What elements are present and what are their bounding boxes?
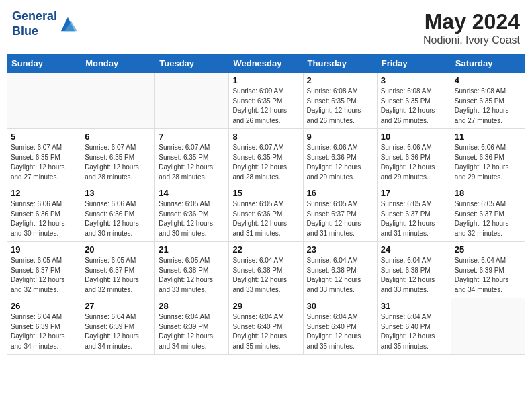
day-info: Sunrise: 6:04 AM Sunset: 6:39 PM Dayligh…	[11, 312, 77, 351]
day-number: 8	[232, 132, 299, 142]
calendar-cell: 19Sunrise: 6:05 AM Sunset: 6:37 PM Dayli…	[7, 242, 81, 298]
day-info: Sunrise: 6:06 AM Sunset: 6:36 PM Dayligh…	[381, 143, 447, 182]
day-number: 31	[381, 301, 447, 311]
day-info: Sunrise: 6:05 AM Sunset: 6:36 PM Dayligh…	[159, 199, 225, 238]
day-info: Sunrise: 6:04 AM Sunset: 6:38 PM Dayligh…	[232, 256, 299, 295]
day-number: 21	[159, 244, 225, 255]
day-info: Sunrise: 6:06 AM Sunset: 6:36 PM Dayligh…	[11, 199, 77, 238]
calendar-cell: 6Sunrise: 6:07 AM Sunset: 6:35 PM Daylig…	[81, 129, 155, 185]
calendar-cell: 12Sunrise: 6:06 AM Sunset: 6:36 PM Dayli…	[7, 185, 81, 242]
day-number: 1	[232, 75, 299, 85]
calendar-cell: 10Sunrise: 6:06 AM Sunset: 6:36 PM Dayli…	[377, 129, 451, 185]
day-info: Sunrise: 6:07 AM Sunset: 6:35 PM Dayligh…	[85, 143, 151, 182]
day-number: 12	[11, 188, 77, 198]
day-info: Sunrise: 6:05 AM Sunset: 6:37 PM Dayligh…	[307, 199, 373, 238]
calendar-cell: 24Sunrise: 6:04 AM Sunset: 6:38 PM Dayli…	[377, 242, 451, 298]
day-info: Sunrise: 6:08 AM Sunset: 6:35 PM Dayligh…	[455, 87, 521, 126]
day-info: Sunrise: 6:08 AM Sunset: 6:35 PM Dayligh…	[307, 87, 373, 126]
day-number: 26	[11, 301, 77, 311]
day-info: Sunrise: 6:04 AM Sunset: 6:38 PM Dayligh…	[381, 256, 447, 295]
calendar-week-row: 1Sunrise: 6:09 AM Sunset: 6:35 PM Daylig…	[7, 73, 525, 129]
calendar-table: SundayMondayTuesdayWednesdayThursdayFrid…	[7, 54, 525, 355]
day-info: Sunrise: 6:04 AM Sunset: 6:40 PM Dayligh…	[381, 312, 447, 351]
calendar-cell	[81, 73, 155, 129]
day-number: 28	[159, 301, 225, 311]
day-info: Sunrise: 6:05 AM Sunset: 6:37 PM Dayligh…	[381, 199, 447, 238]
calendar-cell: 31Sunrise: 6:04 AM Sunset: 6:40 PM Dayli…	[377, 298, 451, 355]
day-number: 13	[85, 188, 151, 198]
calendar-cell: 22Sunrise: 6:04 AM Sunset: 6:38 PM Dayli…	[229, 242, 303, 298]
calendar-cell	[451, 298, 525, 355]
day-number: 24	[381, 244, 447, 255]
calendar-cell: 28Sunrise: 6:04 AM Sunset: 6:39 PM Dayli…	[155, 298, 229, 355]
calendar-cell: 26Sunrise: 6:04 AM Sunset: 6:39 PM Dayli…	[7, 298, 81, 355]
calendar-cell: 27Sunrise: 6:04 AM Sunset: 6:39 PM Dayli…	[81, 298, 155, 355]
weekday-header: Wednesday	[229, 55, 303, 73]
day-number: 27	[85, 301, 151, 311]
calendar-cell: 23Sunrise: 6:04 AM Sunset: 6:38 PM Dayli…	[303, 242, 377, 298]
day-number: 25	[455, 244, 521, 255]
weekday-header: Sunday	[7, 55, 81, 73]
day-number: 2	[307, 75, 373, 85]
day-info: Sunrise: 6:05 AM Sunset: 6:37 PM Dayligh…	[11, 256, 77, 295]
calendar-cell: 3Sunrise: 6:08 AM Sunset: 6:35 PM Daylig…	[377, 73, 451, 129]
day-info: Sunrise: 6:06 AM Sunset: 6:36 PM Dayligh…	[455, 143, 521, 182]
calendar-cell: 11Sunrise: 6:06 AM Sunset: 6:36 PM Dayli…	[451, 129, 525, 185]
day-number: 17	[381, 188, 447, 198]
day-info: Sunrise: 6:04 AM Sunset: 6:39 PM Dayligh…	[85, 312, 151, 351]
day-info: Sunrise: 6:07 AM Sunset: 6:35 PM Dayligh…	[11, 143, 77, 182]
calendar-cell: 5Sunrise: 6:07 AM Sunset: 6:35 PM Daylig…	[7, 129, 81, 185]
day-number: 23	[307, 244, 373, 255]
calendar-week-row: 26Sunrise: 6:04 AM Sunset: 6:39 PM Dayli…	[7, 298, 525, 355]
logo: GeneralBlue	[12, 9, 77, 38]
month-title: May 2024	[423, 9, 520, 34]
location-title: Nodioni, Ivory Coast	[423, 34, 520, 46]
day-info: Sunrise: 6:04 AM Sunset: 6:40 PM Dayligh…	[307, 312, 373, 351]
day-number: 22	[232, 244, 299, 255]
day-info: Sunrise: 6:07 AM Sunset: 6:35 PM Dayligh…	[232, 143, 299, 182]
weekday-header: Tuesday	[155, 55, 229, 73]
calendar-cell: 30Sunrise: 6:04 AM Sunset: 6:40 PM Dayli…	[303, 298, 377, 355]
day-info: Sunrise: 6:08 AM Sunset: 6:35 PM Dayligh…	[381, 87, 447, 126]
day-number: 10	[381, 132, 447, 142]
day-info: Sunrise: 6:05 AM Sunset: 6:36 PM Dayligh…	[232, 199, 299, 238]
calendar-cell: 18Sunrise: 6:05 AM Sunset: 6:37 PM Dayli…	[451, 185, 525, 242]
logo-text: GeneralBlue	[12, 9, 57, 38]
calendar-cell: 9Sunrise: 6:06 AM Sunset: 6:36 PM Daylig…	[303, 129, 377, 185]
day-info: Sunrise: 6:05 AM Sunset: 6:37 PM Dayligh…	[455, 199, 521, 238]
calendar-week-row: 5Sunrise: 6:07 AM Sunset: 6:35 PM Daylig…	[7, 129, 525, 185]
day-number: 7	[159, 132, 225, 142]
day-info: Sunrise: 6:05 AM Sunset: 6:37 PM Dayligh…	[85, 256, 151, 295]
day-number: 20	[85, 244, 151, 255]
weekday-header: Monday	[81, 55, 155, 73]
calendar-week-row: 12Sunrise: 6:06 AM Sunset: 6:36 PM Dayli…	[7, 185, 525, 242]
calendar-cell: 7Sunrise: 6:07 AM Sunset: 6:35 PM Daylig…	[155, 129, 229, 185]
calendar-cell: 21Sunrise: 6:05 AM Sunset: 6:38 PM Dayli…	[155, 242, 229, 298]
calendar-cell: 13Sunrise: 6:06 AM Sunset: 6:36 PM Dayli…	[81, 185, 155, 242]
day-number: 6	[85, 132, 151, 142]
calendar-cell: 2Sunrise: 6:08 AM Sunset: 6:35 PM Daylig…	[303, 73, 377, 129]
calendar-cell: 14Sunrise: 6:05 AM Sunset: 6:36 PM Dayli…	[155, 185, 229, 242]
day-info: Sunrise: 6:04 AM Sunset: 6:39 PM Dayligh…	[159, 312, 225, 351]
day-number: 11	[455, 132, 521, 142]
calendar-cell	[155, 73, 229, 129]
calendar-cell: 25Sunrise: 6:04 AM Sunset: 6:39 PM Dayli…	[451, 242, 525, 298]
day-info: Sunrise: 6:04 AM Sunset: 6:38 PM Dayligh…	[307, 256, 373, 295]
day-info: Sunrise: 6:05 AM Sunset: 6:38 PM Dayligh…	[159, 256, 225, 295]
calendar-cell: 15Sunrise: 6:05 AM Sunset: 6:36 PM Dayli…	[229, 185, 303, 242]
day-number: 3	[381, 75, 447, 85]
day-info: Sunrise: 6:06 AM Sunset: 6:36 PM Dayligh…	[85, 199, 151, 238]
day-number: 18	[455, 188, 521, 198]
day-number: 9	[307, 132, 373, 142]
day-number: 29	[232, 301, 299, 311]
calendar-cell: 4Sunrise: 6:08 AM Sunset: 6:35 PM Daylig…	[451, 73, 525, 129]
weekday-header-row: SundayMondayTuesdayWednesdayThursdayFrid…	[7, 55, 525, 73]
calendar-cell: 16Sunrise: 6:05 AM Sunset: 6:37 PM Dayli…	[303, 185, 377, 242]
title-block: May 2024 Nodioni, Ivory Coast	[423, 9, 520, 46]
calendar-cell: 29Sunrise: 6:04 AM Sunset: 6:40 PM Dayli…	[229, 298, 303, 355]
day-info: Sunrise: 6:06 AM Sunset: 6:36 PM Dayligh…	[307, 143, 373, 182]
weekday-header: Friday	[377, 55, 451, 73]
day-number: 30	[307, 301, 373, 311]
calendar-cell: 17Sunrise: 6:05 AM Sunset: 6:37 PM Dayli…	[377, 185, 451, 242]
day-number: 16	[307, 188, 373, 198]
